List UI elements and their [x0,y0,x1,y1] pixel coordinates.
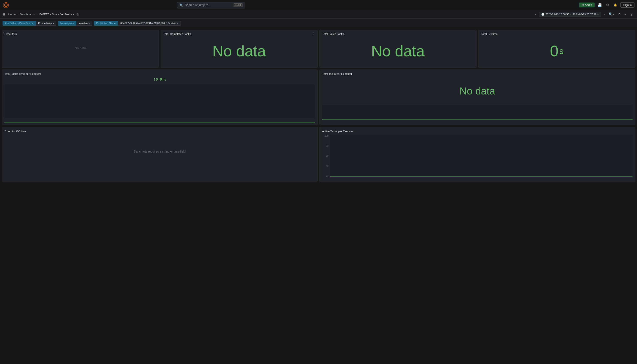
driver-pod-variable: Driver Pod Name 684727e3-9259-4687-9891-… [94,21,181,26]
keyboard-hint: cmd+k [233,4,243,7]
breadcrumb-dashboard-title: IOMETE - Spark Job Metrics [39,13,74,16]
tasks-per-executor-value: No data [322,77,632,105]
driver-pod-value[interactable]: 684727e3-9259-4687-9891-a21372590d18-dri… [118,21,181,26]
y-label-40: 40 [322,164,328,167]
tasks-time-chart [5,84,315,122]
active-tasks-panel: Active Tasks per Executor 100 80 60 40 2… [319,127,635,182]
active-tasks-chart: 100 80 60 40 20 [322,134,632,177]
refresh-interval-button[interactable]: ▾ [623,12,627,17]
top-nav: 🔍 Search or jump to... cmd+k ⊞ Add ▾ 💾 ⚙… [0,0,637,10]
active-tasks-plot [330,134,632,177]
save-icon: 💾 [597,3,602,7]
y-axis-labels: 100 80 60 40 20 [322,134,330,177]
breadcrumb-sep-1: > [17,13,19,16]
total-failed-panel: Total Failed Tasks No data [319,30,477,68]
grafana-logo [3,2,9,8]
datasource-chevron-icon: ▾ [53,22,54,25]
svg-point-2 [6,4,6,5]
dashboard-grid: Executors No data Total Completed Tasks … [0,28,637,184]
time-range-picker[interactable]: 🕐 2024-08-13 20:06:55 to 2024-08-13 20:0… [539,12,601,17]
executor-gc-panel: Executor GC time Bar charts requires a s… [2,127,318,182]
tasks-time-panel: Total Tasks Time per Executor 18.6 s [2,70,318,125]
notifications-button[interactable]: 🔔 [612,2,619,8]
zoom-out-button[interactable]: 🔍- [607,12,615,17]
settings-button[interactable]: ⚙ [605,2,610,8]
variables-bar: Prometheus Data Source Prometheus ▾ Name… [0,19,637,28]
total-completed-panel: Total Completed Tasks ⋮ No data [161,30,318,68]
tasks-per-executor-panel: Total Tasks per Executor No data [319,70,635,125]
driver-pod-chevron-icon: ▾ [177,22,178,25]
y-label-80: 80 [322,144,328,147]
tasks-time-title: Total Tasks Time per Executor [5,72,315,76]
search-placeholder: Search or jump to... [185,4,211,7]
add-chevron-icon: ▾ [590,4,592,6]
time-range-label: 2024-08-13 20:06:55 to 2024-08-13 20:07:… [546,13,596,16]
add-label: Add [585,4,590,6]
clock-icon: 🕐 [541,13,544,16]
active-tasks-title: Active Tasks per Executor [322,130,632,133]
total-completed-value: No data [163,37,315,65]
hamburger-menu-icon[interactable]: ☰ [3,13,5,16]
panel-controls-button[interactable]: ⋮ [628,12,634,17]
datasource-value[interactable]: Prometheus ▾ [36,21,57,26]
y-label-60: 60 [322,154,328,157]
datasource-label: Prometheus Data Source [3,21,36,26]
namespace-variable: Namespace iomete4 ▾ [58,21,92,26]
executors-no-data: No data [5,37,156,58]
tasks-per-executor-title: Total Tasks per Executor [322,72,632,76]
refresh-button[interactable]: ↺ [616,12,622,17]
namespace-chevron-icon: ▾ [89,22,90,25]
time-range-chevron-icon: ▾ [597,13,599,16]
namespace-value[interactable]: iomete4 ▾ [76,21,92,26]
total-gc-title: Total GC time [481,32,633,36]
tasks-time-chart-bg [5,84,315,118]
total-completed-title: Total Completed Tasks [163,32,315,36]
executors-panel: Executors No data [2,30,159,68]
bar-chart-message: Bar charts requires a string or time fie… [5,134,315,168]
executors-panel-title: Executors [5,32,156,36]
panel-menu-button[interactable]: ⋮ [312,32,315,36]
breadcrumb-sep-2: > [36,13,38,16]
bell-icon: 🔔 [614,4,617,6]
total-gc-value: 0 s [481,37,633,65]
breadcrumb-home[interactable]: Home [8,13,16,16]
datasource-variable: Prometheus Data Source Prometheus ▾ [3,21,56,26]
add-button[interactable]: ⊞ Add ▾ [579,2,594,8]
sign-in-button[interactable]: Sign in [620,2,634,8]
total-gc-unit: s [559,46,564,56]
global-search[interactable]: 🔍 Search or jump to... cmd+k [177,2,245,8]
total-failed-title: Total Failed Tasks [322,32,474,36]
y-label-100: 100 [322,134,328,137]
gear-icon: ⚙ [606,3,609,7]
time-range-back-button[interactable]: ‹ [534,12,537,17]
time-range-forward-button[interactable]: › [602,12,606,17]
driver-pod-label: Driver Pod Name [94,21,118,26]
share-icon[interactable]: ⎘ [77,13,79,16]
breadcrumb-bar: ☰ Home > Dashboards > IOMETE - Spark Job… [0,10,637,19]
namespace-label: Namespace [58,21,76,26]
executor-gc-title: Executor GC time [5,130,315,133]
total-failed-value: No data [322,37,474,65]
active-tasks-baseline [330,176,632,177]
nav-right: ⊞ Add ▾ 💾 ⚙ 🔔 Sign in [579,2,634,8]
add-icon: ⊞ [582,4,584,6]
y-label-20: 20 [322,174,328,177]
tasks-time-chart-line [5,122,315,122]
tasks-time-value: 18.6 s [5,77,315,83]
breadcrumb-dashboards[interactable]: Dashboards [20,13,35,16]
total-gc-panel: Total GC time 0 s [478,30,635,68]
save-dashboard-button[interactable]: 💾 [596,2,603,8]
breadcrumb-actions: ‹ 🕐 2024-08-13 20:06:55 to 2024-08-13 20… [534,12,634,17]
search-icon: 🔍 [179,4,183,7]
